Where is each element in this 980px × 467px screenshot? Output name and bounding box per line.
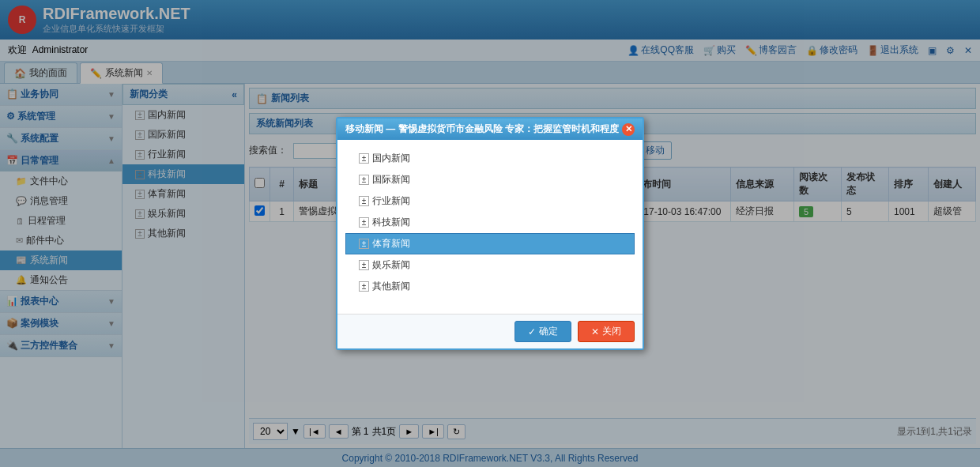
modal-tree-item-sports[interactable]: ± 体育新闻 bbox=[345, 233, 635, 254]
modal-close-icon[interactable]: ✕ bbox=[622, 123, 635, 136]
modal-tree-item-domestic[interactable]: ± 国内新闻 bbox=[345, 148, 635, 169]
modal-confirm-button[interactable]: ✓ 确定 bbox=[514, 321, 571, 342]
close-x-icon: ✕ bbox=[591, 326, 599, 337]
modal-tree-item-other[interactable]: ± 其他新闻 bbox=[345, 276, 635, 297]
modal-close-button[interactable]: ✕ 关闭 bbox=[578, 321, 635, 342]
modal-tree-icon-international: ± bbox=[359, 175, 369, 185]
modal-body: ± 国内新闻 ± 国际新闻 ± 行业新闻 ± 科技新闻 ± 体育新闻 ± 娱乐新… bbox=[337, 140, 643, 314]
modal-overlay: 移动新闻 — 警惕虚拟货币市金融风险 专家：把握监管时机和程度 ✕ ± 国内新闻… bbox=[0, 0, 980, 467]
modal-tree-icon-domestic: ± bbox=[359, 153, 369, 164]
move-news-modal: 移动新闻 — 警惕虚拟货币市金融风险 专家：把握监管时机和程度 ✕ ± 国内新闻… bbox=[336, 117, 644, 350]
modal-header: 移动新闻 — 警惕虚拟货币市金融风险 专家：把握监管时机和程度 ✕ bbox=[337, 119, 643, 140]
modal-tree-item-international[interactable]: ± 国际新闻 bbox=[345, 169, 635, 190]
modal-tree-icon-sports: ± bbox=[359, 239, 369, 249]
modal-footer: ✓ 确定 ✕ 关闭 bbox=[337, 314, 643, 348]
modal-tree-item-entertainment[interactable]: ± 娱乐新闻 bbox=[345, 254, 635, 276]
modal-tree-item-tech[interactable]: ± 科技新闻 bbox=[345, 212, 635, 233]
modal-title: 移动新闻 — 警惕虚拟货币市金融风险 专家：把握监管时机和程度 bbox=[345, 122, 619, 136]
modal-tree-icon-industry: ± bbox=[359, 196, 369, 206]
modal-tree-item-industry[interactable]: ± 行业新闻 bbox=[345, 190, 635, 212]
modal-tree-icon-entertainment: ± bbox=[359, 260, 369, 270]
modal-tree-icon-other: ± bbox=[359, 281, 369, 292]
check-icon: ✓ bbox=[528, 326, 536, 337]
modal-tree-icon-tech: ± bbox=[359, 217, 369, 228]
